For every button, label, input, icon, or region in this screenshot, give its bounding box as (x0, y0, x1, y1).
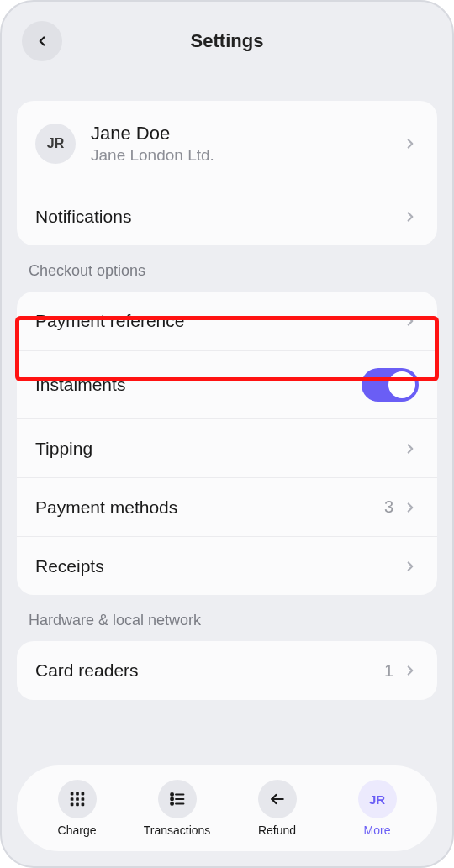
chevron-right-icon (402, 440, 419, 457)
row-label: Instalments (35, 375, 362, 395)
avatar-icon: JR (358, 780, 397, 818)
chevron-right-icon (402, 208, 419, 225)
keypad-icon (58, 780, 97, 818)
svg-point-11 (171, 798, 173, 801)
chevron-left-icon (34, 34, 50, 49)
profile-text: Jane Doe Jane London Ltd. (91, 123, 402, 165)
arrow-left-icon (258, 780, 297, 818)
chevron-right-icon (402, 499, 419, 516)
row-label: Receipts (35, 556, 402, 576)
nav-more[interactable]: JR More (335, 780, 420, 837)
chevron-right-icon (402, 662, 419, 679)
svg-rect-1 (76, 792, 79, 796)
svg-rect-6 (70, 803, 73, 807)
back-button[interactable] (22, 21, 62, 61)
svg-rect-8 (81, 803, 84, 807)
svg-rect-0 (70, 792, 73, 796)
profile-subtitle: Jane London Ltd. (91, 146, 402, 165)
receipts-row[interactable]: Receipts (17, 536, 437, 595)
nav-label: Transactions (144, 823, 211, 837)
checkout-card: Payment reference Instalments Tipping Pa… (17, 292, 437, 595)
payment-methods-count: 3 (384, 497, 393, 517)
nav-label: Refund (258, 823, 296, 837)
nav-refund[interactable]: Refund (235, 780, 319, 837)
instalments-row[interactable]: Instalments (17, 350, 437, 418)
page-title: Settings (2, 30, 452, 52)
chevron-right-icon (402, 558, 419, 575)
row-label: Card readers (35, 660, 384, 681)
svg-rect-4 (76, 797, 79, 801)
avatar: JR (35, 124, 76, 164)
header: Settings (2, 2, 452, 79)
nav-charge[interactable]: Charge (35, 780, 119, 837)
svg-rect-5 (81, 797, 84, 801)
hardware-card: Card readers 1 (17, 641, 437, 700)
svg-point-9 (171, 793, 173, 796)
row-label: Payment reference (35, 311, 402, 331)
section-label-checkout: Checkout options (2, 245, 452, 292)
nav-label: More (364, 823, 391, 837)
nav-label: Charge (58, 823, 97, 837)
nav-transactions[interactable]: Transactions (135, 780, 219, 837)
row-label: Notifications (35, 207, 402, 227)
card-readers-count: 1 (384, 661, 393, 681)
svg-point-13 (171, 802, 173, 805)
instalments-toggle[interactable] (362, 368, 419, 402)
profile-card: JR Jane Doe Jane London Ltd. Notificatio… (17, 101, 437, 245)
section-label-hardware: Hardware & local network (2, 595, 452, 641)
profile-name: Jane Doe (91, 123, 402, 145)
svg-rect-3 (70, 797, 73, 801)
list-icon (158, 780, 197, 818)
payment-methods-row[interactable]: Payment methods 3 (17, 477, 437, 536)
row-label: Payment methods (35, 497, 384, 518)
profile-row[interactable]: JR Jane Doe Jane London Ltd. (17, 101, 437, 187)
app-screen: Settings JR Jane Doe Jane London Ltd. No… (0, 0, 454, 868)
notifications-row[interactable]: Notifications (17, 187, 437, 245)
row-label: Tipping (35, 439, 402, 459)
payment-reference-row[interactable]: Payment reference (17, 292, 437, 350)
chevron-right-icon (402, 313, 419, 329)
svg-rect-2 (81, 792, 84, 796)
svg-rect-7 (76, 803, 79, 807)
chevron-right-icon (402, 135, 419, 152)
bottom-nav: Charge Transactions Refund JR More (17, 765, 437, 851)
card-readers-row[interactable]: Card readers 1 (17, 641, 437, 700)
tipping-row[interactable]: Tipping (17, 418, 437, 477)
